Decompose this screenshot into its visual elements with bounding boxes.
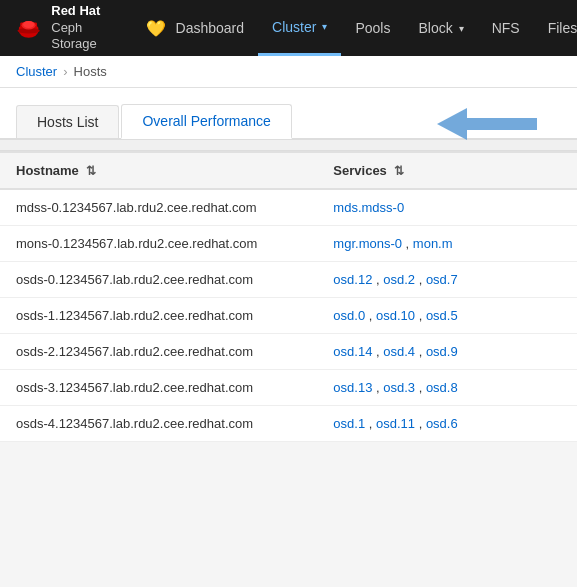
nav-item-nfs[interactable]: NFS [478, 0, 534, 56]
service-link[interactable]: osd.10 [376, 308, 415, 323]
content-area: Hostname ⇅ Services ⇅ mdss-0.1234567.lab… [0, 151, 577, 442]
tab-hosts-list[interactable]: Hosts List [16, 105, 119, 138]
arrow-annotation [437, 106, 537, 142]
nav-items: 💛 Dashboard Cluster ▾ Pools Block ▾ NFS … [132, 0, 577, 56]
service-link[interactable]: osd.1 [333, 416, 365, 431]
table-row: osds-0.1234567.lab.rdu2.cee.redhat.comos… [0, 262, 577, 298]
service-link[interactable]: osd.9 [426, 344, 458, 359]
table-row: mons-0.1234567.lab.rdu2.cee.redhat.commg… [0, 226, 577, 262]
service-link[interactable]: mgr.mons-0 [333, 236, 402, 251]
hostname-cell: osds-1.1234567.lab.rdu2.cee.redhat.com [0, 298, 317, 334]
breadcrumb-separator: › [63, 64, 67, 79]
tab-overall-performance[interactable]: Overall Performance [121, 104, 291, 139]
tabs-container: Hosts List Overall Performance [0, 88, 577, 139]
service-link[interactable]: osd.11 [376, 416, 415, 431]
brand-name-bottom: Ceph Storage [51, 20, 107, 54]
service-link[interactable]: osd.7 [426, 272, 458, 287]
services-cell[interactable]: osd.14 , osd.4 , osd.9 [317, 334, 577, 370]
brand-name-top: Red Hat [51, 3, 107, 20]
service-link[interactable]: osd.4 [383, 344, 415, 359]
services-cell[interactable]: osd.1 , osd.11 , osd.6 [317, 406, 577, 442]
breadcrumb-cluster[interactable]: Cluster [16, 64, 57, 79]
hosts-table: Hostname ⇅ Services ⇅ mdss-0.1234567.lab… [0, 151, 577, 442]
chevron-down-icon: ▾ [459, 23, 464, 34]
table-row: mdss-0.1234567.lab.rdu2.cee.redhat.commd… [0, 189, 577, 226]
nav-item-block[interactable]: Block ▾ [404, 0, 477, 56]
nav-item-cluster[interactable]: Cluster ▾ [258, 0, 341, 56]
brand-logo: Red Hat Ceph Storage [16, 3, 108, 54]
hostname-header[interactable]: Hostname ⇅ [0, 152, 317, 189]
nav-item-dashboard[interactable]: 💛 Dashboard [132, 0, 259, 56]
service-link[interactable]: osd.2 [383, 272, 415, 287]
table-row: osds-1.1234567.lab.rdu2.cee.redhat.comos… [0, 298, 577, 334]
table-row: osds-3.1234567.lab.rdu2.cee.redhat.comos… [0, 370, 577, 406]
chevron-down-icon: ▾ [322, 21, 327, 32]
table-header-row: Hostname ⇅ Services ⇅ [0, 152, 577, 189]
service-link[interactable]: osd.13 [333, 380, 372, 395]
hostname-cell: mdss-0.1234567.lab.rdu2.cee.redhat.com [0, 189, 317, 226]
svg-marker-9 [437, 108, 537, 140]
service-link[interactable]: osd.8 [426, 380, 458, 395]
table-row: osds-2.1234567.lab.rdu2.cee.redhat.comos… [0, 334, 577, 370]
service-link[interactable]: osd.6 [426, 416, 458, 431]
services-cell[interactable]: osd.12 , osd.2 , osd.7 [317, 262, 577, 298]
service-link[interactable]: osd.0 [333, 308, 365, 323]
arrow-icon [437, 106, 537, 142]
breadcrumb-hosts: Hosts [74, 64, 107, 79]
hostname-cell: osds-2.1234567.lab.rdu2.cee.redhat.com [0, 334, 317, 370]
nav-item-filesystems[interactable]: Filesystems [534, 0, 577, 56]
service-link[interactable]: mds.mdss-0 [333, 200, 404, 215]
service-link[interactable]: osd.5 [426, 308, 458, 323]
service-link[interactable]: osd.3 [383, 380, 415, 395]
table-row: osds-4.1234567.lab.rdu2.cee.redhat.comos… [0, 406, 577, 442]
sort-icon: ⇅ [394, 164, 404, 178]
hostname-cell: mons-0.1234567.lab.rdu2.cee.redhat.com [0, 226, 317, 262]
hostname-cell: osds-3.1234567.lab.rdu2.cee.redhat.com [0, 370, 317, 406]
breadcrumb: Cluster › Hosts [0, 56, 577, 88]
service-link[interactable]: mon.m [413, 236, 453, 251]
service-link[interactable]: osd.12 [333, 272, 372, 287]
hostname-cell: osds-0.1234567.lab.rdu2.cee.redhat.com [0, 262, 317, 298]
svg-point-8 [23, 21, 34, 28]
services-cell[interactable]: osd.13 , osd.3 , osd.8 [317, 370, 577, 406]
services-cell[interactable]: osd.0 , osd.10 , osd.5 [317, 298, 577, 334]
redhat-icon [16, 10, 41, 46]
service-link[interactable]: osd.14 [333, 344, 372, 359]
nav-item-pools[interactable]: Pools [341, 0, 404, 56]
hostname-cell: osds-4.1234567.lab.rdu2.cee.redhat.com [0, 406, 317, 442]
services-cell[interactable]: mgr.mons-0 , mon.m [317, 226, 577, 262]
dashboard-icon: 💛 [146, 19, 166, 38]
services-cell[interactable]: mds.mdss-0 [317, 189, 577, 226]
table-wrapper: Hostname ⇅ Services ⇅ mdss-0.1234567.lab… [0, 151, 577, 442]
sort-icon: ⇅ [86, 164, 96, 178]
top-navigation: Red Hat Ceph Storage 💛 Dashboard Cluster… [0, 0, 577, 56]
services-header[interactable]: Services ⇅ [317, 152, 577, 189]
